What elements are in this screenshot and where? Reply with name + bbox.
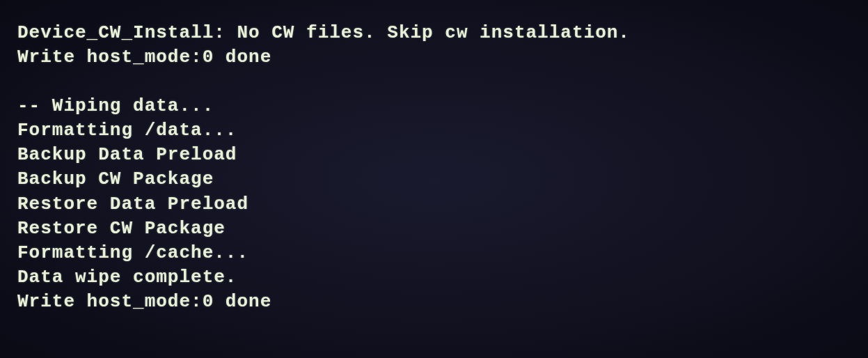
- terminal-line: Restore CW Package: [17, 217, 851, 241]
- terminal-line: Write host_mode:0 done: [17, 290, 851, 314]
- terminal-line: Restore Data Preload: [17, 192, 851, 217]
- terminal-line: Formatting /data...: [17, 118, 851, 143]
- terminal-line: -- Wiping data...: [17, 94, 851, 118]
- terminal-line: Device_CW_Install: No CW files. Skip cw …: [17, 21, 851, 45]
- terminal-line: Data wipe complete.: [17, 265, 851, 290]
- terminal-line: Backup Data Preload: [17, 143, 851, 167]
- terminal-line: Formatting /cache...: [17, 241, 851, 265]
- terminal-line: Backup CW Package: [17, 167, 851, 192]
- terminal-blank-line: [17, 70, 851, 94]
- terminal-line: Write host_mode:0 done: [17, 45, 851, 70]
- terminal-output: Device_CW_Install: No CW files. Skip cw …: [17, 21, 851, 314]
